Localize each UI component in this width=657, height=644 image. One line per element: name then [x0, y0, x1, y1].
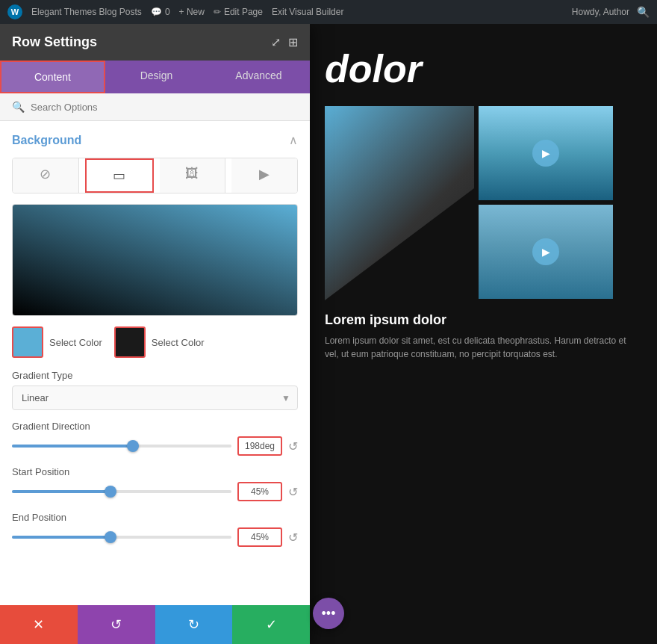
tab-advanced-label: Advanced: [235, 69, 281, 81]
bg-type-selector: ⊘ ▭ 🖼 ▶: [12, 158, 298, 193]
cancel-icon: ✕: [33, 616, 44, 633]
gradient-bg-icon: ▭: [113, 168, 125, 183]
gradient-direction-reset[interactable]: ↺: [288, 439, 298, 453]
triangle-overlay: [325, 188, 474, 300]
search-icon: 🔍: [12, 101, 25, 113]
start-position-reset[interactable]: ↺: [288, 485, 298, 499]
pencil-icon: ✏: [214, 7, 221, 17]
tab-content-label: Content: [34, 71, 71, 83]
undo-button[interactable]: ↺: [78, 605, 155, 644]
expand-icon[interactable]: ⤢: [271, 35, 281, 49]
end-position-row: End Position 45% ↺: [12, 512, 298, 547]
start-position-control: 45% ↺: [12, 482, 298, 501]
save-icon: ✓: [266, 616, 277, 633]
row-settings-panel: Row Settings ⤢ ⊞ Content Design Advanced…: [0, 24, 310, 644]
exit-builder-link[interactable]: Exit Visual Builder: [272, 7, 344, 17]
panel-header-icons: ⤢ ⊞: [271, 35, 298, 49]
start-position-label: Start Position: [12, 466, 298, 477]
gradient-direction-row: Gradient Direction 198deg ↺: [12, 421, 298, 456]
new-label: + New: [179, 7, 205, 17]
gradient-direction-value[interactable]: 198deg: [237, 436, 282, 456]
content-area: dolor ▶ ▶ Lorem ipsum dolor Lorem ipsum …: [310, 24, 657, 644]
panel-title: Row Settings: [12, 34, 97, 50]
start-position-track[interactable]: [12, 490, 231, 493]
section-title-background: Background: [12, 134, 81, 147]
color-swatch-1[interactable]: [12, 326, 43, 358]
edit-page-link[interactable]: ✏ Edit Page: [214, 7, 263, 17]
section-toggle-background[interactable]: ∧: [289, 133, 298, 147]
tab-design-label: Design: [140, 69, 173, 81]
save-button[interactable]: ✓: [232, 605, 310, 644]
howdy-label: Howdy, Author: [572, 7, 629, 17]
image-top: ▶: [479, 106, 613, 200]
end-position-fill: [12, 536, 110, 539]
bg-type-image[interactable]: 🖼: [160, 158, 226, 193]
gradient-type-field: Gradient Type Linear Radial ▼: [12, 370, 298, 410]
color-picker-2: Select Color: [114, 326, 205, 358]
start-position-value[interactable]: 45%: [237, 482, 282, 501]
panel-body: Background ∧ ⊘ ▭ 🖼 ▶: [0, 121, 310, 605]
color-pickers-row: Select Color Select Color: [12, 326, 298, 358]
text-block: Lorem ipsum dolor Lorem ipsum dolor sit …: [310, 300, 657, 373]
color-label-1: Select Color: [49, 337, 102, 348]
gradient-direction-label: Gradient Direction: [12, 421, 298, 432]
color-picker-1: Select Color: [12, 326, 102, 358]
start-position-row: Start Position 45% ↺: [12, 466, 298, 501]
gradient-type-select[interactable]: Linear Radial: [12, 386, 298, 410]
card-title: Lorem ipsum dolor: [325, 312, 642, 328]
tab-design[interactable]: Design: [105, 61, 208, 93]
cancel-button[interactable]: ✕: [0, 605, 78, 644]
gradient-direction-fill: [12, 445, 133, 448]
page-background: dolor ▶ ▶ Lorem ipsum dolor Lorem ipsum …: [0, 24, 657, 644]
end-position-reset[interactable]: ↺: [288, 530, 298, 545]
tab-advanced[interactable]: Advanced: [208, 61, 310, 93]
end-position-control: 45% ↺: [12, 527, 298, 547]
color-swatch-2[interactable]: [114, 326, 146, 358]
end-position-value[interactable]: 45%: [237, 527, 282, 547]
hero-text: dolor: [310, 24, 657, 106]
comments-link[interactable]: 💬 0: [151, 7, 170, 17]
gradient-type-select-wrapper: Linear Radial ▼: [12, 386, 298, 410]
start-position-thumb[interactable]: [105, 486, 116, 498]
float-menu-button[interactable]: •••: [313, 598, 344, 629]
panel-tabs: Content Design Advanced: [0, 61, 310, 93]
wp-icon: W: [7, 4, 22, 19]
gradient-type-label: Gradient Type: [12, 370, 298, 381]
comment-count: 0: [165, 7, 170, 17]
bg-type-video[interactable]: ▶: [231, 158, 297, 193]
search-icon[interactable]: 🔍: [637, 6, 650, 18]
start-position-fill: [12, 490, 110, 493]
edit-page-label: Edit Page: [224, 7, 263, 17]
images-grid: ▶ ▶: [310, 106, 657, 300]
new-link[interactable]: + New: [179, 7, 205, 17]
float-menu-icon: •••: [322, 606, 336, 622]
play-button-top[interactable]: ▶: [532, 140, 559, 167]
play-button-bottom[interactable]: ▶: [532, 238, 559, 265]
gradient-direction-track[interactable]: [12, 445, 231, 448]
search-input[interactable]: [31, 102, 298, 113]
end-position-label: End Position: [12, 512, 298, 523]
undo-icon: ↺: [110, 616, 122, 633]
admin-bar-right: Howdy, Author 🔍: [572, 6, 650, 18]
gradient-direction-thumb[interactable]: [127, 440, 139, 452]
no-bg-icon: ⊘: [40, 167, 51, 182]
left-image: [325, 106, 474, 300]
end-position-track[interactable]: [12, 536, 231, 539]
tab-content[interactable]: Content: [0, 61, 105, 93]
image-bottom: ▶: [479, 205, 613, 299]
video-bg-icon: ▶: [259, 167, 270, 182]
redo-button[interactable]: ↻: [155, 605, 233, 644]
admin-bar: W Elegant Themes Blog Posts 💬 0 + New ✏ …: [0, 0, 657, 24]
site-name[interactable]: Elegant Themes Blog Posts: [31, 7, 142, 17]
image-bg-icon: 🖼: [185, 166, 199, 181]
end-position-thumb[interactable]: [105, 531, 116, 543]
gradient-preview: [12, 204, 298, 316]
bg-type-gradient[interactable]: ▭: [85, 158, 154, 193]
site-name-label: Elegant Themes Blog Posts: [31, 7, 142, 17]
search-bar: 🔍: [0, 93, 310, 121]
panel-footer: ✕ ↺ ↻ ✓: [0, 605, 310, 644]
exit-builder-label: Exit Visual Builder: [272, 7, 344, 17]
bg-type-none[interactable]: ⊘: [13, 158, 79, 193]
columns-icon[interactable]: ⊞: [288, 35, 298, 49]
card-body: Lorem ipsum dolor sit amet, est cu delic…: [325, 334, 642, 361]
